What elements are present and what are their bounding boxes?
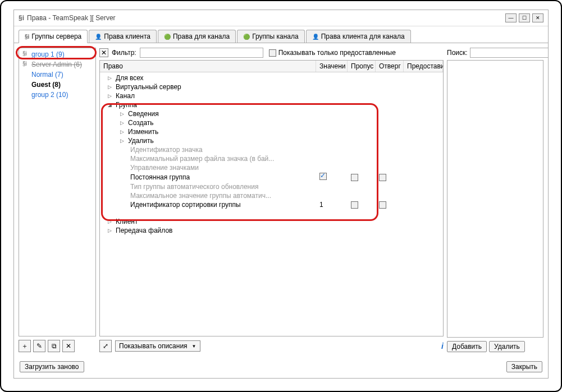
copy-group-button[interactable]: ⧉ <box>48 340 60 352</box>
delete-group-button[interactable]: ✕ <box>62 340 75 352</box>
expand-all-button[interactable]: ⤢ <box>99 340 112 352</box>
group-list: §igroup 1 (9) §iServer Admin (6) Normal … <box>19 48 96 336</box>
dropdown-label: Показывать описания <box>119 342 188 350</box>
search-results <box>447 60 543 338</box>
col-negate[interactable]: Отверг <box>376 61 404 72</box>
filter-label: Фильтр: <box>112 49 136 57</box>
tree-node[interactable]: Группа <box>116 101 137 109</box>
tab-server-groups[interactable]: §iГруппы сервера <box>19 30 88 43</box>
group-icon: §i <box>22 50 27 57</box>
permission-row[interactable]: Управление значками <box>130 164 199 172</box>
col-grant[interactable]: Предостави <box>404 61 443 72</box>
col-skip[interactable]: Пропус <box>348 61 376 72</box>
permission-row[interactable]: Идентификатор значка <box>130 146 203 154</box>
add-button[interactable]: Добавить <box>447 341 487 352</box>
rename-group-button[interactable]: ✎ <box>33 340 45 352</box>
group-item[interactable]: §iServer Admin (6) <box>21 59 93 70</box>
expand-icon[interactable]: ▷ <box>108 75 115 81</box>
tab-bar: §iГруппы сервера 👤Права клиента 🟢Права д… <box>14 26 548 43</box>
value-checkbox[interactable] <box>319 173 327 180</box>
show-descriptions-dropdown[interactable]: Показывать описания▼ <box>115 340 200 352</box>
tree-node[interactable]: Создать <box>128 119 154 127</box>
search-input[interactable] <box>470 48 548 58</box>
skip-checkbox[interactable] <box>351 201 358 209</box>
tab-channel-groups[interactable]: 🟢Группы канала <box>237 30 304 43</box>
permission-row[interactable]: Максимальное значение группы автоматич..… <box>130 192 271 200</box>
tree-node[interactable]: Виртуальный сервер <box>116 83 181 91</box>
filter-input[interactable] <box>140 48 263 58</box>
group-label: Normal (7) <box>31 71 63 79</box>
group-label: group 1 (9) <box>31 50 65 58</box>
add-group-button[interactable]: ＋ <box>19 340 31 352</box>
permission-row[interactable]: Максимальный размер файла значка (в бай.… <box>130 155 274 163</box>
col-permission[interactable]: Право <box>100 61 316 72</box>
negate-checkbox[interactable] <box>379 201 386 209</box>
skip-checkbox[interactable] <box>351 174 358 181</box>
collapse-icon[interactable]: ◢ <box>108 102 115 108</box>
tab-client-channel-rights[interactable]: 👤Права клиента для канала <box>306 30 411 43</box>
expand-icon[interactable]: ▷ <box>120 129 127 135</box>
expand-icon[interactable]: ▷ <box>108 228 115 233</box>
group-item[interactable]: Normal (7) <box>21 70 93 80</box>
group-item[interactable]: Guest (8) <box>21 80 93 90</box>
expand-icon[interactable]: ▷ <box>108 93 115 99</box>
expand-icon[interactable]: ▷ <box>120 138 127 144</box>
app-icon: §i <box>19 14 24 22</box>
window-title: Права - TeamSpeak ][ Server <box>27 14 505 22</box>
tab-label: Права клиента <box>104 33 150 40</box>
delete-button[interactable]: Удалить <box>489 341 525 352</box>
expand-icon[interactable]: ▷ <box>120 111 127 117</box>
expand-icon[interactable]: ▷ <box>108 84 115 90</box>
value-cell[interactable]: 1 <box>316 201 348 209</box>
tab-client-rights[interactable]: 👤Права клиента <box>89 30 157 43</box>
tab-label: Права для канала <box>173 33 230 40</box>
group-label: group 2 (10) <box>31 91 68 99</box>
tab-label: Права клиента для канала <box>321 33 405 40</box>
minimize-button[interactable]: ― <box>505 13 517 22</box>
negate-checkbox[interactable] <box>379 174 386 181</box>
titlebar: §i Права - TeamSpeak ][ Server ― ☐ ✕ <box>14 10 548 26</box>
expand-icon[interactable]: ▷ <box>108 219 115 224</box>
maximize-button[interactable]: ☐ <box>519 13 530 22</box>
show-granted-label: Показывать только предоставленные <box>278 49 396 57</box>
tree-node[interactable]: Сведения <box>128 110 159 118</box>
tree-node[interactable]: Передача файлов <box>116 227 173 234</box>
close-button[interactable]: Закрыть <box>506 361 542 372</box>
close-window-button[interactable]: ✕ <box>532 13 543 22</box>
show-granted-checkbox[interactable] <box>269 49 276 57</box>
permission-row[interactable]: Постоянная группа <box>130 173 190 181</box>
permission-row[interactable]: Идентификатор сортировки группы <box>130 201 241 209</box>
info-icon[interactable]: i <box>441 342 444 351</box>
reload-button[interactable]: Загрузить заново <box>20 361 84 372</box>
chevron-down-icon: ▼ <box>192 344 197 349</box>
tab-label: Группы канала <box>252 33 298 40</box>
tree-node[interactable]: Для всех <box>116 74 144 82</box>
tree-node[interactable]: Клиент <box>116 218 138 225</box>
group-icon: §i <box>22 61 27 67</box>
group-label: Guest (8) <box>31 81 61 89</box>
tree-node[interactable]: Изменить <box>128 128 158 136</box>
permissions-grid: Право Значени Пропус Отверг Предостави ▷… <box>99 60 444 336</box>
tab-channel-rights[interactable]: 🟢Права для канала <box>158 30 236 43</box>
tab-label: Группы сервера <box>31 33 81 40</box>
permission-row[interactable]: Тип группы автоматического обновления <box>130 183 258 191</box>
expand-icon[interactable]: ▷ <box>120 120 127 126</box>
group-item[interactable]: §igroup 1 (9) <box>21 49 93 59</box>
tree-node[interactable]: Удалить <box>128 137 154 145</box>
search-label: Поиск: <box>447 49 468 57</box>
tree-node[interactable]: Канал <box>116 92 135 100</box>
col-value[interactable]: Значени <box>316 61 348 72</box>
group-item[interactable]: group 2 (10) <box>21 90 93 100</box>
clear-filter-button[interactable]: ✕ <box>99 48 108 57</box>
group-label: Server Admin (6) <box>31 61 82 68</box>
